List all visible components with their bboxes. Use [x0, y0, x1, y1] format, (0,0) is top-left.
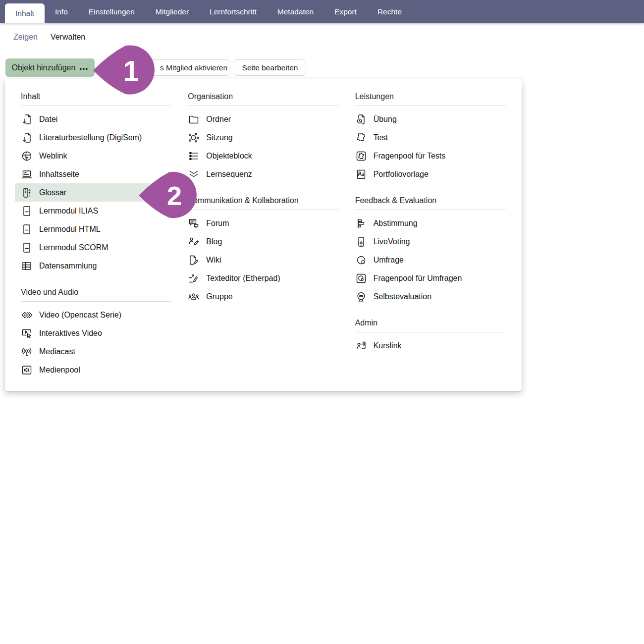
menu-item-literaturbestellung-digisem[interactable]: Literaturbestellung (DigiSem): [15, 128, 171, 147]
tab-inhalt[interactable]: Inhalt: [5, 3, 45, 23]
menu-item-weblink[interactable]: Weblink: [15, 147, 171, 165]
tab-mitglieder[interactable]: Mitglieder: [145, 0, 199, 23]
edit-page-button[interactable]: Seite bearbeiten: [234, 59, 306, 76]
menu-item-lernmodul-scorm[interactable]: Lernmodul SCORM: [15, 238, 171, 257]
menu-item-fragenpool-fur-tests[interactable]: Fragenpool für Tests: [349, 147, 506, 165]
menu-item-label: Lernmodul SCORM: [39, 243, 108, 252]
puzzle-icon: [355, 132, 367, 144]
menu-item-lernsequenz[interactable]: Lernsequenz: [182, 165, 338, 183]
menu-item-label: Texteditor (Etherpad): [206, 274, 280, 283]
tab-export[interactable]: Export: [324, 0, 367, 23]
menu-section-admin: AdminKurslink: [355, 319, 506, 355]
menu-section-title: Admin: [355, 319, 506, 332]
menu-item-label: Ordner: [206, 115, 231, 124]
globe-icon: [21, 150, 33, 162]
menu-section-leistungen: LeistungenÜbungTestFragenpool für TestsP…: [355, 92, 506, 183]
etherpad-icon: [188, 272, 200, 284]
menu-item-label: Weblink: [39, 152, 67, 161]
menu-item-blog[interactable]: Blog: [182, 232, 338, 251]
menu-item-label: Fragenpool für Umfragen: [374, 274, 462, 283]
menu-item-wiki[interactable]: Wiki: [182, 251, 338, 269]
forum-icon: [188, 217, 200, 229]
dropdown-column-2: OrganisationOrdnerSitzungObjekteblockLer…: [188, 92, 338, 306]
menu-item-lernmodul-html[interactable]: Lernmodul HTML: [15, 220, 171, 238]
menu-item-medienpool[interactable]: Medienpool: [15, 361, 171, 379]
menu-item-label: Interaktives Video: [39, 329, 102, 338]
menu-item-texteditor-etherpad[interactable]: Texteditor (Etherpad): [182, 269, 338, 287]
tab-lernfortschritt[interactable]: Lernfortschritt: [199, 0, 267, 23]
table-icon: [21, 260, 33, 272]
menu-item-abstimmung[interactable]: Abstimmung: [349, 214, 506, 232]
menu-item-label: Gruppe: [206, 292, 232, 301]
menu-item-sitzung[interactable]: Sitzung: [182, 128, 338, 147]
menu-item-inhaltsseite[interactable]: Inhaltsseite: [15, 165, 171, 183]
menu-section-title: Video und Audio: [21, 288, 171, 302]
menu-item-label: Inhaltsseite: [39, 170, 79, 179]
menu-item-forum[interactable]: Forum: [182, 214, 338, 232]
activate-member-button[interactable]: s Mitglied aktivieren: [104, 59, 229, 76]
question-pool-test-icon: [355, 150, 367, 162]
add-object-button[interactable]: Objekt hinzufügen •••: [5, 58, 95, 77]
menu-section-organisation: OrganisationOrdnerSitzungObjekteblockLer…: [188, 92, 338, 183]
menu-item-fragenpool-fur-umfragen[interactable]: Fragenpool für Umfragen: [349, 269, 506, 287]
file-download-icon: [21, 113, 33, 125]
menu-item-label: Übung: [374, 115, 397, 124]
menu-item-label: Selbstevaluation: [374, 292, 431, 301]
opencast-video-icon: [21, 309, 33, 321]
menu-item-label: Forum: [206, 219, 229, 228]
menu-item-label: Blog: [206, 237, 222, 246]
folder-icon: [188, 113, 200, 125]
menu-item-video-opencast-serie[interactable]: Video (Opencast Serie): [15, 306, 171, 324]
subtab-verwalten[interactable]: Verwalten: [51, 33, 85, 42]
question-pool-survey-icon: [355, 272, 367, 284]
menu-item-datei[interactable]: Datei: [15, 110, 171, 128]
menu-item-label: Test: [374, 133, 388, 142]
exercise-icon: [355, 113, 367, 125]
menu-item-livevoting[interactable]: LiveVoting: [349, 232, 506, 251]
tab-info[interactable]: Info: [45, 0, 78, 23]
session-icon: [188, 132, 200, 144]
learning-module-icon: [21, 205, 33, 217]
menu-section-title: Inhalt: [21, 92, 171, 106]
menu-section-video-und-audio: Video und AudioVideo (Opencast Serie)Int…: [21, 288, 171, 379]
menu-item-ubung[interactable]: Übung: [349, 110, 506, 128]
menu-item-label: Mediacast: [39, 347, 75, 356]
menu-item-interaktives-video[interactable]: Interaktives Video: [15, 324, 171, 342]
menu-item-gruppe[interactable]: Gruppe: [182, 287, 338, 306]
menu-item-kurslink[interactable]: Kurslink: [349, 336, 506, 355]
menu-item-label: Kurslink: [374, 341, 402, 350]
menu-section-inhalt: InhaltDateiLiteraturbestellung (DigiSem)…: [21, 92, 171, 275]
add-object-dropdown-panel: InhaltDateiLiteraturbestellung (DigiSem)…: [5, 79, 522, 391]
menu-item-selbstevaluation[interactable]: Selbstevaluation: [349, 287, 506, 306]
learning-module-icon: [21, 242, 33, 254]
dropdown-column-3: LeistungenÜbungTestFragenpool für TestsP…: [355, 92, 506, 355]
poll-icon: [355, 217, 367, 229]
menu-item-label: Datei: [39, 115, 57, 124]
menu-item-test[interactable]: Test: [349, 128, 506, 147]
menu-item-glossar[interactable]: AZGlossar: [15, 183, 171, 202]
tab-einstellungen[interactable]: Einstellungen: [78, 0, 145, 23]
menu-item-umfrage[interactable]: Umfrage: [349, 251, 506, 269]
subtab-zeigen[interactable]: Zeigen: [13, 33, 38, 42]
menu-item-objekteblock[interactable]: Objekteblock: [182, 147, 338, 165]
menu-item-portfoliovorlage[interactable]: Portfoliovorlage: [349, 165, 506, 183]
menu-item-datensammlung[interactable]: Datensammlung: [15, 257, 171, 275]
tab-metadaten[interactable]: Metadaten: [267, 0, 324, 23]
menu-section-title: Kommunikation & Kollaboration: [188, 196, 338, 210]
menu-item-lernmodul-ilias[interactable]: Lernmodul ILIAS: [15, 202, 171, 220]
menu-item-label: Wiki: [206, 256, 221, 265]
top-tab-bar: InhaltInfoEinstellungenMitgliederLernfor…: [0, 0, 644, 23]
menu-section-title: Feedback & Evaluation: [355, 196, 506, 210]
survey-icon: [355, 254, 367, 266]
tab-rechte[interactable]: Rechte: [367, 0, 412, 23]
menu-item-label: Sitzung: [206, 133, 232, 142]
menu-item-label: Fragenpool für Tests: [374, 152, 446, 161]
menu-section-feedback-evaluation: Feedback & EvaluationAbstimmungLiveVotin…: [355, 196, 506, 306]
menu-item-mediacast[interactable]: Mediacast: [15, 342, 171, 361]
menu-item-label: Portfoliovorlage: [374, 170, 429, 179]
broadcast-icon: [21, 346, 33, 358]
svg-text:Z: Z: [28, 194, 31, 198]
menu-item-ordner[interactable]: Ordner: [182, 110, 338, 128]
media-pool-icon: [21, 364, 33, 376]
wiki-icon: [188, 254, 200, 266]
